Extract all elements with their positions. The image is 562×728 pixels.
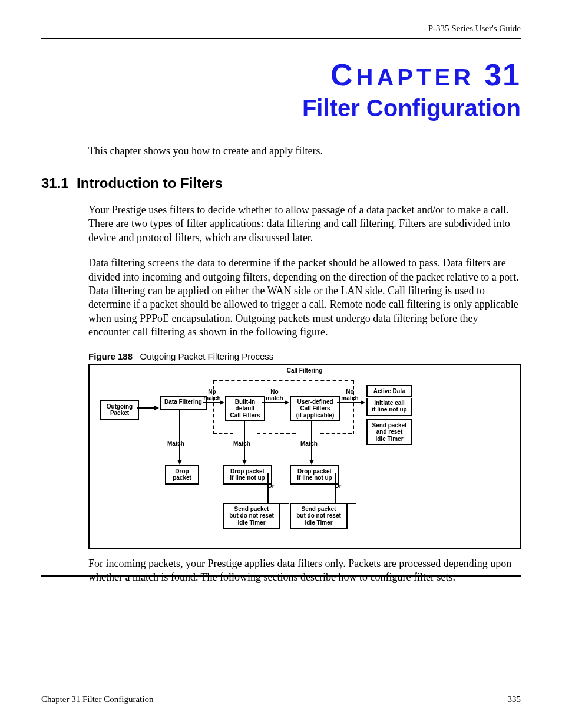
document-page: P-335 Series User's Guide CHAPTER 31 Fil… <box>0 0 562 728</box>
rule-top <box>41 38 521 39</box>
paragraph-2: Data filtering screens the data to deter… <box>88 256 521 339</box>
chapter-heading: CHAPTER 31 Filter Configuration <box>41 57 521 121</box>
box-data-filtering: Data Filtering <box>160 396 207 410</box>
box-initiate-call: Initiate callif line not up <box>366 398 412 416</box>
arrow <box>179 409 180 463</box>
rule-bottom <box>41 575 521 577</box>
chapter-number-line: CHAPTER 31 <box>41 57 521 93</box>
figure-frame: Call Filtering OutgoingPacket Data Filte… <box>88 364 521 549</box>
box-builtin-filters: Built-indefaultCall Filters <box>225 396 265 422</box>
paragraph-1: Your Prestige uses filters to decide whe… <box>88 203 521 245</box>
section-number: 31.1 <box>41 175 69 191</box>
label-match-1: Match <box>167 440 184 447</box>
box-drop-not-up-2: Drop packetif line not up <box>290 465 339 485</box>
footer-page-number: 335 <box>508 694 521 704</box>
figure-label: Figure 188 <box>88 351 133 361</box>
figure-title: Outgoing Packet Filtering Process <box>140 351 274 361</box>
figure-caption: Figure 188 Outgoing Packet Filtering Pro… <box>88 351 521 361</box>
chapter-intro: This chapter shows you how to create and… <box>88 145 521 157</box>
arrow <box>137 407 158 409</box>
label-no-match-3: Nomatch <box>339 388 361 401</box>
box-outgoing-packet: OutgoingPacket <box>100 400 139 420</box>
label-no-match-2: Nomatch <box>264 388 285 401</box>
box-send-noreset-2: Send packetbut do not resetIdle Timer <box>290 503 348 529</box>
box-drop-not-up-1: Drop packetif line not up <box>223 465 272 485</box>
box-drop-packet: Droppacket <box>165 465 199 485</box>
box-send-reset: Send packetand resetIdle Timer <box>366 419 412 446</box>
section-heading: 31.1 Introduction to Filters <box>41 175 521 192</box>
label-no-match-1: Nomatch <box>201 388 223 401</box>
call-filtering-group-label: Call Filtering <box>90 367 520 374</box>
footer-chapter: Chapter 31 Filter Configuration <box>41 694 153 704</box>
box-active-data: Active Data <box>366 385 412 398</box>
arrow <box>337 402 364 403</box>
section-title: Introduction to Filters <box>77 175 223 191</box>
running-head: P-335 Series User's Guide <box>41 24 521 38</box>
arrow <box>203 402 223 403</box>
footer: Chapter 31 Filter Configuration 335 <box>41 694 521 704</box>
box-userdef-filters: User-definedCall Filters(if applicable) <box>290 396 340 422</box>
label-match-2: Match <box>233 440 250 447</box>
chapter-title: Filter Configuration <box>41 95 521 121</box>
arrow <box>262 402 288 403</box>
box-send-noreset-1: Send packetbut do not resetIdle Timer <box>223 503 280 529</box>
label-match-3: Match <box>300 440 318 447</box>
